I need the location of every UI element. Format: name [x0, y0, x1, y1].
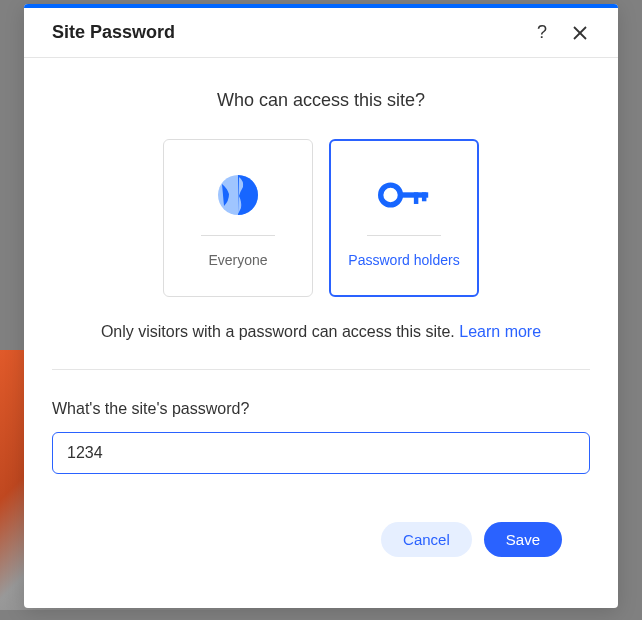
access-description: Only visitors with a password can access… [52, 323, 590, 341]
modal-title: Site Password [52, 22, 175, 43]
modal-footer: Cancel Save [52, 522, 590, 585]
access-options: Everyone Password holders [52, 139, 590, 297]
svg-rect-5 [414, 192, 418, 204]
option-everyone[interactable]: Everyone [163, 139, 313, 297]
save-button[interactable]: Save [484, 522, 562, 557]
svg-rect-6 [422, 192, 426, 201]
modal-header: Site Password ? [24, 8, 618, 58]
option-password-holders-label: Password holders [348, 252, 459, 268]
header-actions: ? [532, 23, 590, 43]
divider [52, 369, 590, 370]
close-icon[interactable] [570, 23, 590, 43]
option-divider [201, 235, 275, 236]
site-password-modal: Site Password ? Who can access this site… [24, 4, 618, 608]
access-prompt: Who can access this site? [52, 90, 590, 111]
key-icon [378, 169, 430, 221]
globe-icon [212, 169, 264, 221]
help-icon[interactable]: ? [532, 23, 552, 43]
option-divider [367, 235, 441, 236]
cancel-button[interactable]: Cancel [381, 522, 472, 557]
option-everyone-label: Everyone [208, 252, 267, 268]
password-input[interactable] [52, 432, 590, 474]
description-text: Only visitors with a password can access… [101, 323, 459, 340]
svg-point-3 [381, 185, 401, 205]
modal-body: Who can access this site? Everyone [24, 58, 618, 605]
option-password-holders[interactable]: Password holders [329, 139, 479, 297]
password-label: What's the site's password? [52, 400, 590, 418]
learn-more-link[interactable]: Learn more [459, 323, 541, 340]
